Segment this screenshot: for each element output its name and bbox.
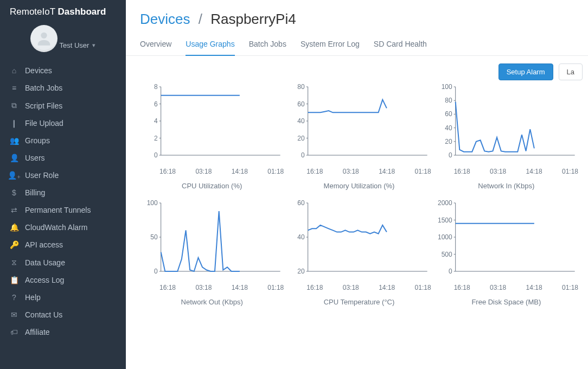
badge-icon: 🏷 (8, 328, 21, 336)
x-tick: 14:18 (379, 284, 395, 291)
svg-text:2: 2 (154, 135, 158, 142)
sidebar-item-file-upload[interactable]: ❙File Upload (0, 114, 126, 132)
series-line (455, 102, 534, 152)
x-tick: 16:18 (159, 168, 176, 175)
sidebar-item-cloudwatch-alarm[interactable]: 🔔CloudWatch Alarm (0, 219, 126, 236)
series-line (308, 225, 387, 234)
x-tick: 14:18 (232, 168, 248, 175)
clipboard-icon: 📋 (8, 276, 21, 284)
x-tick: 16:18 (306, 168, 323, 175)
x-tick: 03:18 (195, 168, 212, 175)
sidebar-item-user-role[interactable]: 👤₊User Role (0, 167, 126, 184)
tab-system-error-log[interactable]: System Error Log (301, 34, 360, 55)
sidebar-item-data-usage[interactable]: ⧖Data Usage (0, 253, 126, 271)
sidebar: RemoteIoT Dashboard Test User ▾ ⌂Devices… (0, 0, 126, 369)
brand: RemoteIoT Dashboard (0, 0, 126, 21)
sidebar-item-label: File Upload (25, 119, 63, 128)
main: Devices / RaspberryPi4 OverviewUsage Gra… (126, 0, 588, 369)
sidebar-item-label: Groups (25, 136, 50, 145)
username-menu[interactable]: Test User ▾ (59, 41, 95, 49)
setup-alarm-button[interactable]: Setup Alarm (498, 63, 553, 80)
x-tick: 01:18 (415, 284, 431, 291)
dollar-icon: $ (8, 188, 21, 197)
svg-text:60: 60 (298, 200, 305, 207)
x-tick: 03:18 (490, 168, 506, 175)
x-tick: 16:18 (454, 284, 470, 291)
sidebar-item-label: Script Files (25, 101, 62, 110)
svg-text:40: 40 (298, 117, 305, 125)
x-tick: 03:18 (343, 168, 359, 175)
svg-point-0 (41, 33, 47, 39)
svg-text:0: 0 (154, 151, 158, 159)
svg-text:100: 100 (441, 84, 452, 91)
chart-free-disk-space-mb: 0500100015002000 16:1803:1814:1801:18 Fr… (434, 200, 578, 306)
x-ticks: 16:1803:1814:1801:18 (287, 283, 431, 291)
tab-usage-graphs[interactable]: Usage Graphs (186, 34, 234, 56)
sidebar-item-api-access[interactable]: 🔑API access (0, 236, 126, 253)
svg-text:80: 80 (298, 84, 305, 91)
x-tick: 01:18 (562, 284, 578, 291)
svg-text:0: 0 (449, 151, 452, 159)
list-icon: ≡ (8, 84, 21, 92)
svg-text:2000: 2000 (438, 200, 452, 207)
svg-text:60: 60 (445, 110, 452, 118)
x-tick: 01:18 (267, 168, 284, 175)
tab-batch-jobs[interactable]: Batch Jobs (249, 34, 286, 55)
svg-text:1000: 1000 (438, 233, 452, 241)
chart-title: Free Disk Space (MB) (434, 298, 578, 306)
sidebar-item-label: CloudWatch Alarm (25, 223, 87, 232)
chart-svg: 050100 (140, 200, 284, 281)
sidebar-item-label: Users (25, 154, 45, 162)
svg-text:0: 0 (154, 268, 158, 275)
sidebar-item-script-files[interactable]: ⧉Script Files (0, 97, 126, 114)
svg-text:40: 40 (298, 233, 305, 241)
chart-svg: 020406080100 (434, 84, 578, 165)
x-ticks: 16:1803:1814:1801:18 (140, 167, 284, 175)
home-icon: ⌂ (8, 66, 21, 75)
x-ticks: 16:1803:1814:1801:18 (140, 283, 284, 291)
sidebar-item-contact-us[interactable]: ✉Contact Us (0, 306, 126, 323)
sidebar-item-label: Data Usage (25, 258, 65, 267)
sidebar-item-billing[interactable]: $Billing (0, 184, 126, 201)
sidebar-item-users[interactable]: 👤Users (0, 149, 126, 167)
sidebar-item-groups[interactable]: 👥Groups (0, 132, 126, 149)
x-tick: 14:18 (379, 168, 395, 175)
sidebar-item-permanent-tunnels[interactable]: ⇄Permanent Tunnels (0, 201, 126, 219)
series-line (161, 211, 240, 271)
toolbar: Setup Alarm La (126, 56, 588, 84)
svg-text:20: 20 (298, 135, 305, 142)
tabs: OverviewUsage GraphsBatch JobsSystem Err… (126, 34, 588, 56)
chart-network-in-kbps: 020406080100 16:1803:1814:1801:18 Networ… (434, 84, 578, 190)
sidebar-item-label: Permanent Tunnels (25, 206, 91, 214)
svg-text:8: 8 (154, 84, 158, 91)
sidebar-item-batch-jobs[interactable]: ≡Batch Jobs (0, 79, 126, 97)
sidebar-item-devices[interactable]: ⌂Devices (0, 62, 126, 79)
sidebar-item-access-log[interactable]: 📋Access Log (0, 271, 126, 289)
chart-svg: 020406080 (287, 84, 431, 165)
svg-text:60: 60 (298, 100, 305, 108)
sidebar-item-affiliate[interactable]: 🏷Affiliate (0, 323, 126, 341)
chart-svg: 0500100015002000 (434, 200, 578, 281)
svg-text:1500: 1500 (438, 217, 452, 224)
breadcrumb-sep: / (199, 11, 202, 27)
chart-cpu-utilization: 02468 16:1803:1814:1801:18 CPU Utilizati… (140, 84, 284, 190)
nav: ⌂Devices≡Batch Jobs⧉Script Files❙File Up… (0, 62, 126, 341)
svg-text:4: 4 (154, 117, 158, 125)
avatar[interactable] (30, 25, 57, 52)
chart-network-out-kbps: 050100 16:1803:1814:1801:18 Network Out … (140, 200, 284, 306)
x-tick: 03:18 (195, 284, 212, 291)
svg-text:50: 50 (150, 233, 158, 241)
x-ticks: 16:1803:1814:1801:18 (434, 167, 578, 175)
sidebar-item-help[interactable]: ?Help (0, 289, 126, 306)
sidebar-item-label: Devices (25, 66, 52, 75)
breadcrumb-root[interactable]: Devices (140, 11, 190, 27)
svg-text:80: 80 (445, 97, 452, 104)
x-tick: 14:18 (232, 284, 248, 291)
chart-title: Network In (Kbps) (434, 182, 578, 190)
tab-sd-card-health[interactable]: SD Card Health (374, 34, 427, 55)
question-icon: ? (8, 293, 21, 302)
group-icon: 👥 (8, 136, 21, 145)
hourglass-icon: ⧖ (8, 258, 21, 267)
tab-overview[interactable]: Overview (140, 34, 171, 55)
secondary-button[interactable]: La (559, 63, 583, 80)
